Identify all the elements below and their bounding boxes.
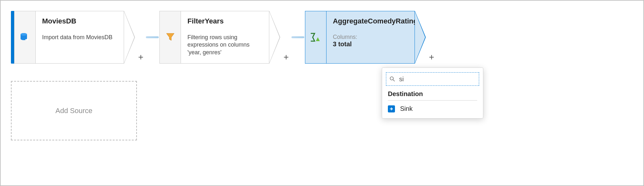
dataflow-canvas[interactable]: MoviesDB Import data from MoviesDB + Fil… <box>0 0 644 186</box>
columns-count: 3 total <box>333 40 408 48</box>
svg-point-2 <box>390 77 393 80</box>
connector <box>146 36 159 38</box>
search-input[interactable] <box>398 75 476 83</box>
node-desc: Import data from MoviesDB <box>42 34 117 41</box>
popover-item-sink[interactable]: Sink <box>388 102 477 115</box>
node-aggregate[interactable]: AggregateComedyRating Columns: 3 total <box>305 11 426 64</box>
svg-point-1 <box>21 33 27 36</box>
columns-label: Columns: <box>333 34 408 40</box>
filter-funnel-icon <box>166 33 175 42</box>
add-step-button[interactable]: + <box>283 52 289 64</box>
popover-item-label: Sink <box>400 105 413 112</box>
node-body: AggregateComedyRating Columns: 3 total <box>326 11 415 64</box>
sink-icon <box>388 105 395 112</box>
node-desc: Filtering rows using expressions on colu… <box>187 34 263 56</box>
node-icon-col <box>14 11 35 64</box>
node-body: FilterYears Filtering rows using express… <box>181 11 269 64</box>
connector <box>291 36 304 38</box>
add-step-button[interactable]: + <box>429 52 434 64</box>
node-body: MoviesDB Import data from MoviesDB <box>35 11 124 64</box>
node-arrow <box>269 11 280 64</box>
node-icon-col <box>159 11 181 64</box>
search-icon <box>389 76 395 82</box>
node-accent <box>11 11 14 64</box>
aggregate-sigma-icon <box>310 33 321 42</box>
search-box[interactable] <box>386 72 479 86</box>
flow-row: MoviesDB Import data from MoviesDB + Fil… <box>11 11 436 64</box>
node-title: AggregateComedyRating <box>333 17 408 25</box>
node-moviesdb[interactable]: MoviesDB Import data from MoviesDB <box>11 11 135 64</box>
svg-line-3 <box>393 80 395 81</box>
add-step-button[interactable]: + <box>138 52 143 64</box>
popover-heading: Destination <box>388 90 477 101</box>
node-title: MoviesDB <box>42 17 117 25</box>
add-step-popover: Destination Sink <box>382 67 483 119</box>
node-filteryears[interactable]: FilterYears Filtering rows using express… <box>159 11 280 64</box>
add-source-placeholder[interactable]: Add Source <box>11 81 137 140</box>
node-icon-col <box>305 11 326 64</box>
node-arrow <box>415 11 426 64</box>
database-source-icon <box>20 32 31 43</box>
node-title: FilterYears <box>187 17 263 25</box>
node-arrow <box>124 11 135 64</box>
add-source-label: Add Source <box>56 107 93 115</box>
